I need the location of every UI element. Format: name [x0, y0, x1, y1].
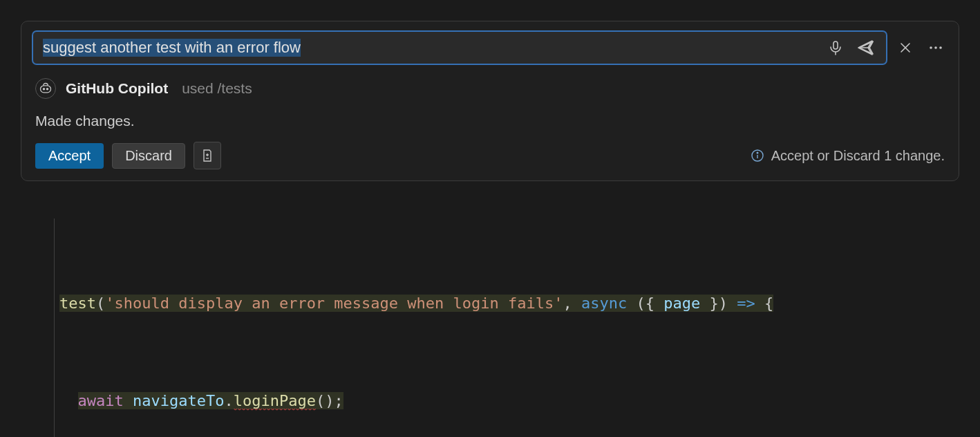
svg-point-9	[46, 89, 48, 90]
svg-rect-7	[41, 86, 51, 93]
copilot-name: GitHub Copilot	[66, 80, 168, 97]
copilot-used: used /tests	[182, 80, 252, 97]
discard-button[interactable]: Discard	[112, 143, 185, 169]
accept-button[interactable]: Accept	[35, 143, 104, 169]
svg-point-4	[930, 46, 932, 49]
svg-point-5	[934, 46, 937, 49]
inline-chat-container: GitHub Copilot used /tests Made changes.…	[0, 0, 980, 437]
send-icon[interactable]	[856, 37, 876, 58]
svg-rect-0	[833, 41, 838, 49]
copilot-icon	[35, 78, 56, 99]
info-icon	[751, 149, 764, 162]
diff-icon[interactable]	[194, 142, 221, 169]
code-line: test('should display an error message wh…	[41, 291, 959, 315]
more-icon[interactable]	[925, 37, 946, 58]
copilot-header: GitHub Copilot used /tests	[32, 64, 948, 106]
status-text: Made changes.	[32, 106, 948, 142]
code-editor[interactable]: test('should display an error message wh…	[21, 194, 959, 437]
code-line: await navigateTo.loginPage();	[41, 389, 959, 413]
copilot-used-prefix: used	[182, 80, 217, 96]
close-icon[interactable]	[895, 37, 916, 58]
copilot-used-command: /tests	[218, 80, 252, 96]
inline-chat-panel: GitHub Copilot used /tests Made changes.…	[21, 21, 959, 181]
input-row	[32, 31, 948, 64]
panel-side-actions	[895, 37, 948, 58]
svg-point-8	[43, 89, 44, 90]
mic-icon[interactable]	[825, 37, 846, 58]
svg-point-6	[939, 46, 942, 49]
change-hint: Accept or Discard 1 change.	[751, 148, 945, 164]
svg-point-15	[757, 152, 758, 154]
prompt-input-wrapper[interactable]	[32, 31, 887, 64]
action-row: Accept Discard Ac	[32, 142, 948, 171]
change-hint-text: Accept or Discard 1 change.	[771, 148, 945, 164]
input-actions	[825, 37, 879, 58]
prompt-input[interactable]	[43, 39, 825, 57]
